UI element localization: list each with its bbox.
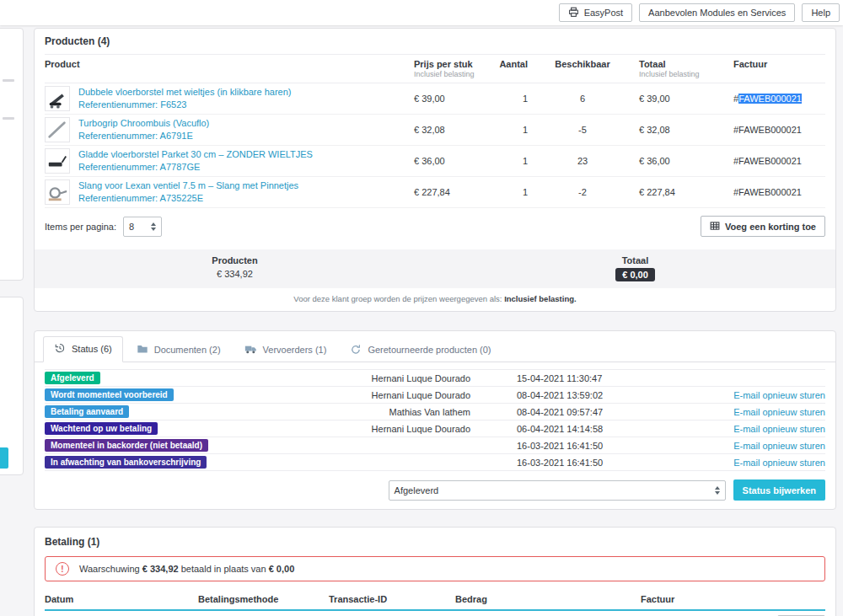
update-status-button[interactable]: Status bijwerken [733,479,825,501]
tax-display-footnote: Voor deze klant groep worden de prijzen … [45,288,825,311]
product-available: -2 [536,187,629,197]
status-date: 16-03-2021 16:41:50 [470,441,681,451]
col-unit-price-note: Inclusief belasting [414,70,498,78]
product-quantity: 1 [498,187,536,197]
resend-email-link[interactable]: E-mail opnieuw sturen [681,407,825,417]
status-tabbar: Status (6) Documenten (2) Vervoerders (1… [35,331,835,362]
payment-warning-alert: ! Waarschuwing € 334,92 betaald in plaat… [45,556,825,581]
col-amount: Bedrag [455,594,641,604]
product-thumbnail [45,179,70,205]
col-total-note: Inclusief belasting [639,70,722,78]
recommended-modules-button[interactable]: Aanbevolen Modules en Services [639,3,795,22]
product-invoice: #FAWEB000021 [722,94,825,104]
warning-icon: ! [56,562,69,576]
product-total: € 36,00 [629,156,722,166]
resend-email-link[interactable]: E-mail opnieuw sturen [681,441,825,451]
product-row: Turbogrip Chroombuis (Vacuflo) Referenti… [45,115,825,146]
product-quantity: 1 [498,125,536,135]
products-table-header: Product Prijs per stuk Inclusief belasti… [45,54,825,83]
resend-email-link[interactable]: E-mail opnieuw sturen [681,458,825,468]
status-badge: Afgeleverd [45,372,100,385]
status-badge: In afwachting van bankoverschrijving [45,456,207,469]
status-select[interactable]: Afgeleverd [389,480,726,501]
product-unit-price: € 227,84 [414,187,498,197]
discount-grid-icon [710,221,720,233]
product-invoice: #FAWEB000021 [722,187,825,197]
status-badge: Betaling aanvaard [45,405,129,419]
add-discount-label: Voeg een korting toe [725,222,816,232]
status-date: 08-04-2021 09:57:47 [470,407,681,417]
col-payment-invoice: Factuur [641,594,767,604]
select-arrows-icon [715,486,720,495]
col-payment-date: Datum [45,594,198,604]
col-payment-method: Betalingsmethode [198,594,329,604]
product-total: € 32,08 [629,125,722,135]
status-row: Wordt momenteel voorbereid Hernani Luque… [45,387,825,404]
product-unit-price: € 32,08 [414,125,498,135]
product-name-link[interactable]: Dubbele vloerborstel met wieltjes (in kl… [78,86,292,99]
tab-returned-products-label: Geretourneerde producten (0) [368,345,491,355]
resend-email-link[interactable]: E-mail opnieuw sturen [681,424,825,434]
status-employee: Hernani Luque Dourado [340,424,470,434]
product-reference: Referentienummer: A7787GE [78,161,313,174]
product-invoice: #FAWEB000021 [722,156,825,166]
status-row: Wachtend op uw betaling Hernani Luque Do… [45,420,825,437]
tab-status-label: Status (6) [72,344,112,354]
status-badge: Wachtend op uw betaling [45,422,158,436]
product-row: Dubbele vloerborstel met wieltjes (in kl… [45,83,825,115]
product-reference: Referentienummer: A735225E [78,192,298,205]
payment-panel-title: Betaling (1) [45,536,825,549]
easypost-button[interactable]: EasyPost [559,3,632,22]
recommended-modules-label: Aanbevolen Modules en Services [648,8,786,18]
add-discount-button[interactable]: Voeg een korting toe [701,216,825,237]
status-panel: Status (6) Documenten (2) Vervoerders (1… [34,330,836,510]
product-available: 23 [536,156,629,166]
help-button[interactable]: Help [802,3,840,22]
left-cutoff-teal-button[interactable] [0,447,8,469]
product-total: € 227,84 [629,187,722,197]
status-row: Momenteel in backorder (niet betaald) 16… [45,437,825,454]
resend-email-link[interactable]: E-mail opnieuw sturen [681,390,825,400]
status-employee: Hernani Luque Dourado [340,390,470,400]
summary-total-label: Totaal [435,255,835,265]
status-badge: Momenteel in backorder (niet betaald) [45,439,208,453]
tab-status[interactable]: Status (6) [43,336,123,362]
col-available: Beschikbaar [536,59,629,69]
items-per-page-select[interactable]: 8 [123,217,162,237]
status-history-list: Afgeleverd Hernani Luque Dourado 15-04-2… [45,369,825,471]
order-summary-band: Producten € 334,92 Totaal € 0,00 [35,249,835,288]
folder-icon [137,343,148,356]
select-arrows-icon [151,222,156,231]
return-arrow-icon [350,343,362,356]
product-name-link[interactable]: Slang voor Lexan ventiel 7.5 m – Slang m… [78,179,298,192]
product-thumbnail [45,86,70,111]
summary-products-label: Producten [35,255,435,265]
selected-text: FAWEB000021 [738,94,802,104]
tab-documents[interactable]: Documenten (2) [126,338,231,362]
left-panel-fragment-top [0,28,24,281]
summary-total-badge: € 0,00 [615,268,655,281]
status-row: In afwachting van bankoverschrijving 16-… [45,454,825,471]
tab-carriers[interactable]: Vervoerders (1) [234,338,337,362]
printer-icon [568,7,579,19]
product-row: Gladde vloerborstel Parket 30 cm – ZONDE… [45,146,825,177]
product-available: 6 [536,94,629,104]
col-quantity: Aantal [498,59,536,69]
payment-warning-text: Waarschuwing € 334,92 betaald in plaats … [79,564,294,574]
col-product: Product [45,59,414,69]
status-employee: Hernani Luque Dourado [340,373,470,383]
status-date: 06-04-2021 14:14:58 [470,424,681,434]
product-reference: Referentienummer: F6523 [78,99,292,111]
status-date: 16-03-2021 16:41:50 [470,458,681,468]
status-employee: Mathias Van lathem [340,407,470,417]
product-name-link[interactable]: Turbogrip Chroombuis (Vacuflo) [78,117,209,130]
product-name-link[interactable]: Gladde vloerborstel Parket 30 cm – ZONDE… [78,148,313,161]
product-available: -5 [536,125,629,135]
status-row: Betaling aanvaard Mathias Van lathem 08-… [45,404,825,420]
col-total: Totaal [639,59,722,69]
product-unit-price: € 36,00 [414,156,498,166]
items-per-page-value: 8 [129,222,134,232]
tab-returned-products[interactable]: Geretourneerde producten (0) [340,338,501,362]
items-per-page-label: Items per pagina: [45,222,116,232]
history-icon [54,342,66,356]
